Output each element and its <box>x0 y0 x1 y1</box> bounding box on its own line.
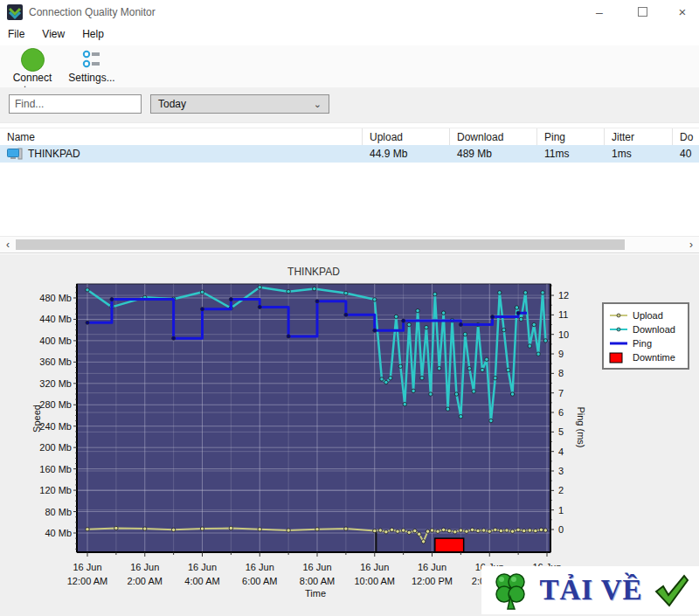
minimize-button[interactable]: – <box>579 0 619 24</box>
svg-text:2: 2 <box>558 485 564 495</box>
svg-text:80 Mb: 80 Mb <box>45 507 72 517</box>
svg-text:400 Mb: 400 Mb <box>39 336 72 346</box>
maximize-icon <box>638 7 647 17</box>
svg-text:40 Mb: 40 Mb <box>45 528 72 538</box>
row-cell-do: 40 <box>673 145 699 163</box>
svg-text:6:00 AM: 6:00 AM <box>242 576 277 586</box>
filter-bar: Today ⌄ <box>0 87 699 123</box>
legend-label: Downtime <box>633 352 675 363</box>
legend-item-ping: Ping <box>609 336 682 350</box>
download-swatch-icon <box>609 324 628 336</box>
column-header-download[interactable]: Download <box>450 128 537 146</box>
legend-item-upload: Upload <box>609 308 682 322</box>
svg-text:120 Mb: 120 Mb <box>39 485 72 495</box>
chart-panel: THINKPAD480 Mb440 Mb400 Mb360 Mb320 Mb28… <box>0 254 699 616</box>
toolbar: Connect to... Settings... <box>0 45 699 88</box>
scroll-left-icon[interactable]: ‹ <box>2 239 14 251</box>
svg-text:0: 0 <box>558 524 564 535</box>
svg-text:Ping (ms): Ping (ms) <box>576 406 586 447</box>
svg-text:16 Jun: 16 Jun <box>302 562 331 572</box>
green-circle-icon <box>21 48 45 72</box>
scrollbar-thumb[interactable] <box>16 239 625 250</box>
row-cell-upload: 44.9 Mb <box>363 145 450 163</box>
svg-text:Time: Time <box>305 588 326 599</box>
row-cell-jitter: 1ms <box>605 145 673 163</box>
menu-item-file[interactable]: File <box>0 24 33 45</box>
maximize-button[interactable] <box>622 0 662 24</box>
chevron-down-icon: ⌄ <box>314 95 322 113</box>
row-cell-ping: 11ms <box>537 145 605 163</box>
svg-text:THINKPAD: THINKPAD <box>287 266 340 278</box>
svg-text:480 Mb: 480 Mb <box>39 293 72 303</box>
svg-text:320 Mb: 320 Mb <box>39 378 72 389</box>
legend-item-download: Download <box>609 322 682 336</box>
svg-text:3: 3 <box>558 466 564 476</box>
legend-item-downtime: Downtime <box>609 350 682 364</box>
settings-button-label: Settings... <box>65 72 119 84</box>
watermark-text: TẢI VỀ <box>539 574 642 606</box>
column-header-ping[interactable]: Ping <box>537 128 605 146</box>
column-header-name[interactable]: Name <box>0 128 363 146</box>
row-cell-download: 489 Mb <box>450 145 537 163</box>
checkmark-icon <box>653 574 689 607</box>
svg-text:360 Mb: 360 Mb <box>39 356 72 367</box>
svg-text:160 Mb: 160 Mb <box>39 464 72 474</box>
svg-text:10:00 AM: 10:00 AM <box>355 576 395 586</box>
svg-text:12:00 AM: 12:00 AM <box>67 576 107 586</box>
row-name-cell: THINKPAD <box>0 145 363 163</box>
svg-text:16 Jun: 16 Jun <box>188 562 217 572</box>
svg-text:16 Jun: 16 Jun <box>130 562 159 572</box>
svg-text:12:00 PM: 12:00 PM <box>412 576 453 586</box>
svg-text:8:00 AM: 8:00 AM <box>300 576 335 586</box>
svg-text:16 Jun: 16 Jun <box>360 562 389 572</box>
table-header: NameUploadDownloadPingJitterDo <box>0 128 699 146</box>
upload-swatch-icon <box>609 310 628 322</box>
svg-text:2:00 AM: 2:00 AM <box>128 576 163 586</box>
svg-text:12: 12 <box>558 290 569 301</box>
legend-label: Upload <box>633 310 663 321</box>
svg-text:16 Jun: 16 Jun <box>246 562 274 572</box>
chart-legend: UploadDownloadPingDowntime <box>602 302 689 370</box>
legend-label: Download <box>633 324 675 335</box>
connect-button[interactable]: Connect to... <box>3 47 61 86</box>
ping-swatch-icon <box>609 338 628 350</box>
menu-item-view[interactable]: View <box>33 24 73 45</box>
menu-bar: FileViewHelp <box>0 24 699 45</box>
computer-icon <box>7 148 23 160</box>
table-row[interactable]: THINKPAD44.9 Mb489 Mb11ms1ms40 <box>0 145 699 163</box>
svg-text:16 Jun: 16 Jun <box>418 562 446 572</box>
device-name: THINKPAD <box>28 145 80 163</box>
connection-chart: THINKPAD480 Mb440 Mb400 Mb360 Mb320 Mb28… <box>0 254 699 616</box>
legend-label: Ping <box>633 338 652 349</box>
period-dropdown[interactable]: Today ⌄ <box>150 94 329 114</box>
svg-text:Speed: Speed <box>31 405 42 433</box>
svg-text:280 Mb: 280 Mb <box>39 399 72 410</box>
svg-text:4:00 AM: 4:00 AM <box>184 576 219 586</box>
svg-text:1: 1 <box>558 505 564 516</box>
svg-text:440 Mb: 440 Mb <box>39 314 72 324</box>
period-dropdown-value: Today <box>158 98 186 110</box>
svg-text:7: 7 <box>558 388 564 398</box>
horizontal-scrollbar[interactable]: ‹ › <box>0 236 699 253</box>
watermark: TẢI VỀ <box>481 566 699 614</box>
scroll-right-icon[interactable]: › <box>685 239 697 251</box>
downtime-swatch-icon <box>609 352 628 363</box>
svg-text:16 Jun: 16 Jun <box>73 562 101 572</box>
close-button[interactable]: × <box>662 0 699 24</box>
svg-text:4: 4 <box>558 446 564 457</box>
svg-text:6: 6 <box>558 407 564 418</box>
column-header-do[interactable]: Do <box>673 128 699 146</box>
svg-text:11: 11 <box>558 309 568 320</box>
app-icon <box>7 4 23 20</box>
find-input[interactable] <box>9 94 142 114</box>
svg-text:240 Mb: 240 Mb <box>39 421 72 432</box>
clover-icon <box>491 571 529 611</box>
svg-text:10: 10 <box>558 329 569 340</box>
title-bar: Connection Quality Monitor – × <box>0 0 699 24</box>
column-header-upload[interactable]: Upload <box>363 128 450 146</box>
column-header-jitter[interactable]: Jitter <box>605 128 673 146</box>
sliders-icon <box>80 48 103 71</box>
menu-item-help[interactable]: Help <box>73 24 113 45</box>
settings-button[interactable]: Settings... <box>65 47 119 86</box>
svg-text:8: 8 <box>558 368 564 378</box>
